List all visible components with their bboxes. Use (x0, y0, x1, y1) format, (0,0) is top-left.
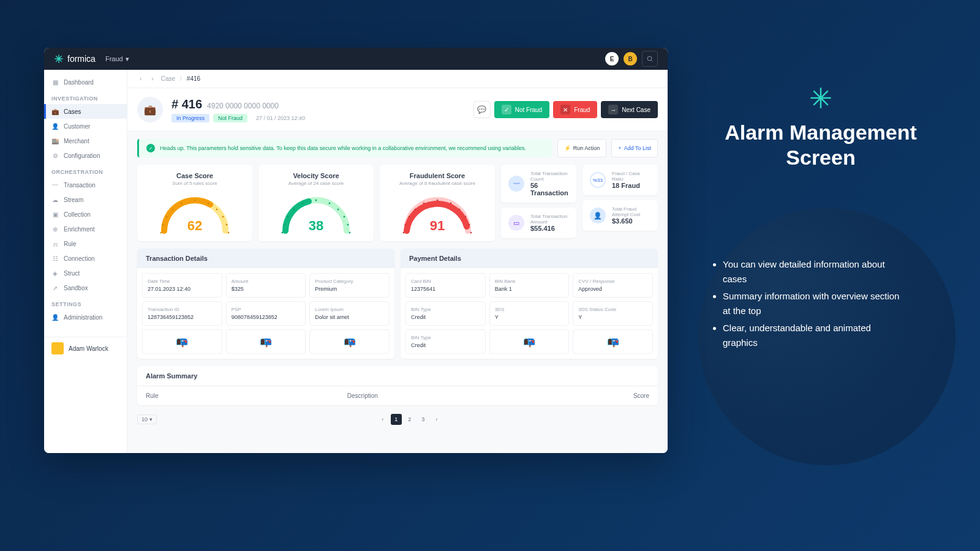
search-icon (646, 55, 654, 62)
promo-snowflake-icon (809, 86, 833, 110)
svg-point-20 (344, 216, 345, 217)
case-score-value: 62 (145, 218, 245, 234)
alarm-col-description[interactable]: Description (347, 392, 599, 399)
sidebar-item-rule[interactable]: ⚎Rule (44, 236, 127, 251)
sidebar-item-customer[interactable]: 👤Customer (44, 119, 127, 133)
detail-cell: CVV / ResponseApproved (573, 273, 653, 298)
sidebar-item-connection[interactable]: ☷Connection (44, 251, 127, 266)
pulse-icon: 〰 (508, 176, 524, 192)
detail-cell: Card BIN12375641 (405, 273, 486, 298)
page-3[interactable]: 3 (418, 414, 429, 425)
svg-point-4 (172, 209, 173, 210)
tree-icon: ⚎ (51, 240, 59, 247)
page-next[interactable]: › (431, 414, 442, 425)
sidebar-section: INVESTIGATION (44, 89, 127, 104)
detail-cell: Lorem IpsumDolor sit amet (309, 301, 390, 326)
page-1[interactable]: 1 (391, 414, 402, 425)
sidebar-item-collection[interactable]: ▣Collection (44, 207, 127, 222)
tag-not-fraud: Not Fraud (213, 114, 247, 122)
svg-point-28 (437, 200, 438, 201)
fraudulent-score-card: Fraudulent Score Average of 8 fraudulent… (380, 165, 495, 241)
check-icon: ✓ (502, 105, 511, 114)
not-fraud-button[interactable]: ✓Not Fraud (494, 101, 549, 118)
svg-point-29 (450, 203, 451, 204)
next-case-button[interactable]: →Next Case (601, 101, 658, 118)
avatar-e[interactable]: E (605, 52, 619, 66)
globe-icon: ⊕ (51, 225, 59, 233)
avatar-b[interactable]: B (624, 52, 637, 66)
stat-tx-count: 〰 Total Transaction Count56 Transaction (501, 165, 576, 203)
content: ‹ › Case / #416 💼 # 416 4920 0000 0000 0… (127, 70, 668, 453)
x-icon: ✕ (560, 105, 570, 114)
tag-date: 27 / 01 / 2023 12:40 (251, 114, 310, 122)
detail-cell-empty: 📭 (142, 329, 222, 354)
detail-cell: PSP908078459123852 (226, 301, 306, 326)
user-avatar-icon (51, 342, 64, 354)
rocket-icon: ➚ (51, 284, 59, 291)
svg-point-27 (423, 203, 424, 204)
workspace-dropdown[interactable]: Fraud ▾ (105, 55, 129, 63)
sidebar-section: ORCHESTRATION (44, 163, 127, 178)
fraud-button[interactable]: ✕Fraud (553, 101, 597, 118)
inbox-icon: 📭 (176, 336, 188, 348)
velocity-score-value: 38 (266, 218, 366, 234)
sidebar-section: SETTINGS (44, 295, 127, 310)
promo-panel: Alarm ManagementScreen (710, 86, 931, 170)
alarm-col-score[interactable]: Score (599, 392, 649, 399)
add-to-list-button[interactable]: +Add To List (611, 139, 658, 157)
stat-fraud-ratio: %33 Fraud / Case Ratio18 Fraud (582, 165, 658, 195)
detail-cell-empty: 📭 (573, 329, 653, 354)
svg-point-0 (647, 56, 652, 61)
person-icon: 👤 (590, 208, 606, 223)
detail-cell: Product CategoryPremium (309, 273, 390, 298)
grid-icon: ▦ (51, 78, 59, 86)
sidebar-item-sandbox[interactable]: ➚Sandbox (44, 280, 127, 295)
svg-point-15 (293, 209, 295, 210)
bolt-icon: ⚡ (564, 145, 571, 151)
sidebar-item-transaction[interactable]: 〰Transaction (44, 178, 127, 192)
breadcrumb-forward[interactable]: › (149, 74, 156, 83)
case-title: # 416 (172, 97, 202, 111)
money-icon: ▭ (508, 215, 524, 231)
velocity-score-card: Velocity Score Average of 24 case score … (258, 165, 374, 241)
payment-details-card: Payment Details Card BIN12375641BIN Bank… (401, 249, 658, 359)
sidebar-item-configuration[interactable]: ⚙Configuration (44, 148, 127, 163)
detail-cell: BIN BankBank 1 (489, 273, 570, 298)
detail-cell: Transaction ID128736459123852 (142, 301, 222, 326)
search-button[interactable] (642, 51, 658, 67)
run-action-button[interactable]: ⚡Run Action (557, 139, 607, 157)
promo-bullets: You can view detailed information about … (723, 257, 907, 353)
comment-button[interactable]: 💬 (473, 101, 491, 118)
breadcrumb-case[interactable]: Case (161, 75, 175, 82)
case-header: 💼 # 416 4920 0000 0000 0000 In Progress … (127, 88, 668, 132)
sidebar-item-struct[interactable]: ◈Struct (44, 266, 127, 280)
sidebar-item-cases[interactable]: 💼Cases (44, 104, 127, 119)
fraudulent-score-value: 91 (387, 218, 488, 234)
tag-in-progress: In Progress (172, 114, 209, 122)
sidebar-user[interactable]: Adam Warlock (44, 337, 127, 359)
page-2[interactable]: 2 (404, 414, 415, 425)
gear-icon: ⚙ (51, 152, 59, 159)
ratio-badge: %33 (590, 172, 606, 188)
sidebar-item-merchant[interactable]: 🏬Merchant (44, 133, 127, 148)
sidebar-item-stream[interactable]: ☁Stream (44, 192, 127, 207)
svg-point-14 (287, 216, 288, 217)
detail-cell: Amount$325 (226, 273, 306, 298)
sidebar-item-administration[interactable]: 👤Administration (44, 310, 127, 324)
breadcrumb-back[interactable]: ‹ (137, 74, 144, 83)
activity-icon: 〰 (51, 181, 59, 189)
admin-icon: 👤 (51, 313, 59, 321)
svg-point-7 (208, 203, 209, 204)
sidebar-item-enrichment[interactable]: ⊕Enrichment (44, 222, 127, 236)
store-icon: 🏬 (51, 137, 59, 144)
page-size-selector[interactable]: 10 ▾ (137, 414, 157, 424)
user-icon: 👤 (51, 122, 59, 130)
svg-point-31 (465, 216, 466, 217)
sidebar-item-dashboard[interactable]: ▦Dashboard (44, 75, 127, 89)
detail-cell: BIN TypeCredit (405, 329, 486, 354)
page-prev[interactable]: ‹ (377, 414, 388, 425)
svg-point-26 (415, 209, 416, 210)
alarm-col-rule[interactable]: Rule (146, 392, 347, 399)
svg-point-25 (409, 216, 410, 217)
database-icon: ☷ (51, 255, 59, 262)
